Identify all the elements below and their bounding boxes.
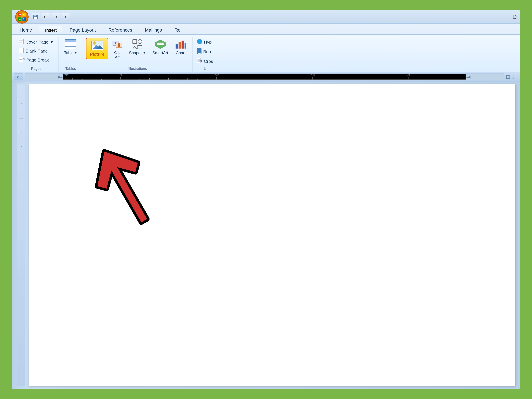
svg-rect-13 bbox=[19, 40, 23, 41]
ruler-bar: ⌐ 1 2 3 4 bbox=[12, 72, 520, 82]
picture-button[interactable]: Picture bbox=[87, 39, 107, 58]
chart-icon bbox=[175, 39, 187, 50]
vertical-ruler: - - — - - - - bbox=[17, 84, 25, 386]
smartart-label: SmartArt bbox=[152, 51, 168, 55]
pages-items: Cover Page ▼ Blank Page bbox=[17, 37, 55, 65]
svg-text:P: P bbox=[23, 18, 24, 21]
links-group-label: L bbox=[204, 65, 206, 72]
svg-rect-20 bbox=[19, 60, 23, 62]
shapes-icon bbox=[132, 39, 142, 50]
svg-rect-59 bbox=[184, 43, 186, 49]
cover-page-label: Cover Page ▼ bbox=[25, 40, 54, 45]
word-window: W X A P bbox=[12, 10, 520, 389]
svg-marker-49 bbox=[133, 46, 137, 49]
ruler-controls: ⊞ Γ · bbox=[506, 74, 519, 80]
blank-page-button[interactable]: Blank Page bbox=[17, 47, 49, 55]
svg-rect-18 bbox=[19, 57, 23, 59]
window-title: D bbox=[512, 13, 517, 20]
cross-ref-icon bbox=[197, 58, 202, 65]
tables-group-label: Tables bbox=[65, 65, 76, 72]
ruler-mark-3: — bbox=[19, 115, 23, 120]
svg-text:A: A bbox=[19, 18, 21, 21]
cross-ref-button[interactable]: Cros bbox=[195, 57, 215, 65]
cover-page-button[interactable]: Cover Page ▼ bbox=[17, 38, 55, 46]
blank-page-icon bbox=[19, 48, 24, 55]
office-button[interactable]: W X A P bbox=[15, 10, 29, 24]
ruler-mark-2: - bbox=[21, 101, 22, 105]
svg-rect-74 bbox=[466, 74, 504, 80]
table-btn-label: Table ▼ bbox=[64, 51, 77, 55]
svg-rect-29 bbox=[65, 40, 68, 42]
shapes-button[interactable]: Shapes ▼ bbox=[126, 38, 148, 57]
tab-references[interactable]: References bbox=[102, 26, 138, 34]
hyperlink-icon: 🌐 bbox=[197, 38, 203, 45]
svg-text:2: 2 bbox=[215, 74, 219, 77]
svg-rect-41 bbox=[92, 41, 103, 46]
links-group: 🌐 Hyp Boo bbox=[193, 37, 218, 72]
picture-icon bbox=[91, 40, 103, 51]
pages-group: Cover Page ▼ Blank Page bbox=[15, 37, 59, 72]
cross-ref-label: Cros bbox=[204, 59, 213, 64]
smartart-button[interactable]: SmartArt bbox=[150, 38, 171, 57]
svg-rect-17 bbox=[19, 48, 24, 53]
svg-rect-58 bbox=[182, 41, 184, 49]
bookmark-button[interactable]: Boo bbox=[195, 48, 212, 56]
tables-group: Table ▼ Tables bbox=[59, 37, 83, 72]
ruler-corner: ⌐ bbox=[14, 74, 23, 80]
ruler-mark-5: - bbox=[21, 144, 22, 148]
picture-btn-label: Picture bbox=[90, 52, 104, 57]
svg-text:3: 3 bbox=[310, 74, 315, 77]
tables-items: Table ▼ bbox=[61, 37, 80, 65]
smartart-icon bbox=[154, 39, 166, 50]
svg-rect-47 bbox=[133, 40, 137, 44]
tab-page-layout[interactable]: Page Layout bbox=[64, 26, 102, 34]
svg-text:🌐: 🌐 bbox=[198, 40, 201, 43]
tab-mailings[interactable]: Mailings bbox=[139, 26, 168, 34]
table-icon bbox=[65, 39, 76, 50]
ruler-mark-1: - bbox=[21, 88, 22, 91]
ribbon-tabs: Home Insert Page Layout References Maili… bbox=[12, 24, 520, 34]
illustrations-group-label: Illustrations bbox=[128, 65, 147, 72]
cover-page-icon bbox=[19, 38, 24, 45]
svg-point-44 bbox=[118, 43, 120, 45]
page-break-icon bbox=[19, 57, 25, 63]
svg-rect-11 bbox=[34, 17, 37, 19]
table-button[interactable]: Table ▼ bbox=[61, 38, 80, 57]
save-button[interactable] bbox=[31, 13, 40, 21]
svg-text:4: 4 bbox=[406, 74, 411, 77]
svg-rect-55 bbox=[162, 43, 163, 45]
pages-group-label: Pages bbox=[31, 65, 41, 72]
ruler-mark-7: - bbox=[21, 172, 22, 176]
svg-rect-73 bbox=[25, 74, 63, 80]
hyperlink-button[interactable]: 🌐 Hyp bbox=[195, 38, 213, 46]
svg-rect-32 bbox=[74, 40, 76, 42]
bookmark-icon bbox=[197, 48, 202, 55]
svg-text:1: 1 bbox=[119, 74, 124, 77]
svg-rect-57 bbox=[178, 42, 181, 49]
svg-text:X: X bbox=[23, 14, 25, 16]
svg-rect-31 bbox=[71, 40, 74, 42]
ruler-mark-4: - bbox=[21, 131, 22, 134]
tab-insert[interactable]: Insert bbox=[39, 26, 63, 34]
ribbon: Home Insert Page Layout References Maili… bbox=[12, 24, 520, 72]
ribbon-content: Cover Page ▼ Blank Page bbox=[12, 34, 520, 72]
page-break-button[interactable]: Page Break bbox=[17, 56, 50, 64]
redo-button[interactable] bbox=[51, 13, 60, 21]
clip-art-button[interactable]: ClipArt bbox=[110, 38, 125, 61]
hyperlink-label: Hyp bbox=[204, 40, 212, 45]
svg-text:W: W bbox=[19, 14, 21, 16]
svg-rect-54 bbox=[158, 43, 159, 45]
clip-art-label: ClipArt bbox=[114, 51, 120, 59]
illustrations-group: Picture bbox=[83, 37, 192, 72]
tab-home[interactable]: Home bbox=[14, 26, 38, 34]
chart-button[interactable]: Chart bbox=[172, 38, 189, 57]
ruler-mark-6: - bbox=[21, 158, 22, 162]
svg-marker-21 bbox=[23, 58, 25, 59]
tab-review[interactable]: Re bbox=[169, 26, 187, 34]
undo-button[interactable] bbox=[41, 13, 50, 21]
document-page[interactable] bbox=[29, 84, 515, 386]
svg-rect-72 bbox=[25, 74, 504, 80]
title-bar: W X A P bbox=[12, 10, 520, 24]
customize-button[interactable]: ▼ bbox=[61, 13, 70, 21]
svg-rect-45 bbox=[118, 45, 120, 47]
